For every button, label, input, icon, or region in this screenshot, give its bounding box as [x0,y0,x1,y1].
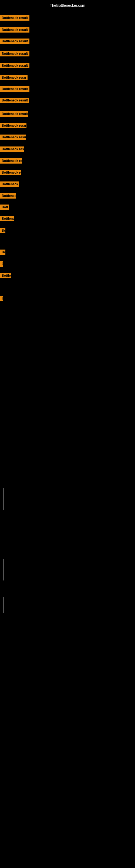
bottleneck-badge-7: Bottleneck result [0,98,29,103]
bottleneck-badge-17: Bottlene [0,216,14,221]
bottleneck-badge-18: Bo [0,228,5,233]
bottleneck-badge-1: Bottleneck result [0,27,30,33]
bottleneck-badge-5: Bottleneck resu [0,75,28,80]
bottleneck-badge-2: Bottleneck result [0,38,30,44]
vertical-line-0 [3,488,4,510]
bottleneck-badge-19: Bo [0,250,5,255]
bottleneck-badge-15: Bottlenec [0,193,16,198]
bottleneck-badge-13: Bottleneck res [0,170,21,175]
bottleneck-badge-0: Bottleneck result [0,15,30,21]
bottleneck-badge-8: Bottleneck result [0,111,28,117]
bottleneck-badge-20: B [0,261,3,267]
bottleneck-badge-12: Bottleneck res [0,158,22,163]
bottleneck-badge-3: Bottleneck result [0,51,30,56]
vertical-line-2 [3,597,4,613]
bottleneck-badge-16: Bott [0,205,9,210]
bottleneck-badge-4: Bottleneck result [0,63,30,68]
bottleneck-badge-9: Bottleneck resu [0,123,27,128]
bottleneck-badge-10: Bottleneck resu [0,134,26,140]
bottleneck-badge-11: Bottleneck resu [0,147,24,152]
vertical-line-1 [3,559,4,581]
bottleneck-badge-22: B [0,296,3,301]
bottleneck-badge-14: Bottleneck re [0,182,19,187]
bottleneck-badge-6: Bottleneck result [0,86,30,92]
bottleneck-badge-21: Bottle [0,273,11,278]
